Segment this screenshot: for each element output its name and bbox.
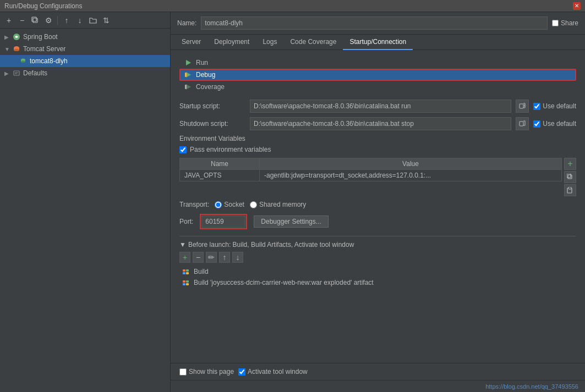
startup-script-browse-button[interactable] [516, 100, 529, 113]
port-input[interactable] [201, 216, 245, 228]
svg-rect-14 [185, 73, 187, 77]
left-panel: + − ⚙ ↑ ↓ ⇅ ▶ [0, 12, 171, 392]
folder-button[interactable] [88, 15, 99, 26]
sort-button[interactable]: ⇅ [101, 15, 112, 26]
coverage-label: Coverage [196, 83, 225, 91]
run-icon [184, 58, 193, 67]
tab-deployment[interactable]: Deployment [207, 35, 256, 50]
before-launch-remove-button[interactable]: − [193, 252, 204, 263]
tab-logs[interactable]: Logs [256, 35, 283, 50]
before-launch-move-down-button[interactable]: ↓ [232, 252, 243, 263]
move-down-button[interactable]: ↓ [74, 15, 85, 26]
content-area: Run Debug [171, 50, 585, 363]
move-up-button[interactable]: ↑ [61, 15, 72, 26]
before-launch-build-item[interactable]: Build [179, 266, 576, 277]
tab-startup-connection[interactable]: Startup/Connection [343, 35, 413, 50]
debugger-settings-button[interactable]: Debugger Settings... [254, 216, 328, 228]
settings-button[interactable]: ⚙ [43, 15, 54, 26]
svg-rect-26 [183, 272, 185, 274]
svg-rect-25 [186, 269, 189, 272]
tomcat-server-arrow: ▼ [4, 46, 11, 52]
add-config-button[interactable]: + [3, 15, 14, 26]
startup-use-default-checkbox[interactable] [533, 103, 540, 110]
debug-label: Debug [196, 71, 215, 79]
shutdown-script-input[interactable] [250, 117, 511, 130]
tab-server[interactable]: Server [175, 35, 207, 50]
name-input[interactable] [201, 16, 548, 30]
startup-use-default-label: Use default [543, 102, 576, 110]
spring-boot-arrow: ▶ [4, 34, 11, 40]
status-url: https://blog.csdn.net/qq_37493556 [485, 383, 578, 390]
svg-rect-24 [183, 269, 185, 272]
show-this-page-checkbox[interactable] [179, 368, 187, 376]
remove-config-button[interactable]: − [17, 15, 28, 26]
transport-socket-option[interactable]: Socket [215, 201, 244, 208]
tree-item-tomcat-server[interactable]: ▼ Tomcat Server [0, 43, 170, 55]
svg-rect-0 [33, 18, 37, 23]
sub-item-run[interactable]: Run [179, 57, 576, 69]
copy-config-button[interactable] [30, 15, 41, 26]
run-label: Run [196, 59, 208, 67]
svg-rect-30 [183, 283, 185, 285]
transport-shared-memory-radio[interactable] [250, 201, 257, 208]
before-launch-move-up-button[interactable]: ↑ [219, 252, 230, 263]
shutdown-use-default: Use default [533, 120, 576, 128]
svg-rect-19 [520, 122, 523, 126]
debug-icon [184, 70, 193, 79]
before-launch-header[interactable]: ▼ Before launch: Build, Build Artifacts,… [179, 241, 576, 249]
status-bar: https://blog.csdn.net/qq_37493556 [171, 380, 585, 392]
svg-rect-31 [186, 283, 189, 285]
close-button[interactable]: ✕ [573, 2, 581, 10]
transport-socket-radio[interactable] [215, 201, 222, 208]
tomcat-server-label: Tomcat Server [23, 45, 65, 53]
transport-socket-label: Socket [224, 201, 244, 208]
show-this-page-container: Show this page [179, 368, 234, 376]
env-table: Name Value JAVA_OPTS -agentlib:jdwp=tran… [179, 158, 562, 181]
port-label: Port: [179, 218, 193, 225]
artifact-label: Build 'joysuccess-dcim-carrier-web-new:w… [194, 279, 374, 286]
add-env-button[interactable]: + [564, 158, 576, 170]
startup-script-label: Startup script: [179, 102, 245, 110]
table-row[interactable]: JAVA_OPTS -agentlib:jdwp=transport=dt_so… [180, 170, 562, 181]
before-launch-artifact-item[interactable]: Build 'joysuccess-dcim-carrier-web-new:w… [179, 277, 576, 288]
tree-item-defaults[interactable]: ▶ Defaults [0, 67, 170, 79]
env-table-wrapper: Name Value JAVA_OPTS -agentlib:jdwp=tran… [179, 158, 576, 196]
pass-env-vars-checkbox[interactable] [179, 146, 187, 153]
shutdown-script-browse-button[interactable] [516, 117, 529, 130]
port-input-wrapper [200, 214, 247, 229]
tab-code-coverage[interactable]: Code Coverage [283, 35, 343, 50]
build-icon [182, 267, 190, 276]
build-label: Build [194, 268, 209, 275]
svg-marker-15 [186, 84, 191, 90]
tomcat8-config-icon [19, 57, 28, 65]
paste-env-button[interactable] [564, 184, 576, 196]
before-launch-edit-button[interactable]: ✏ [206, 252, 217, 263]
left-toolbar: + − ⚙ ↑ ↓ ⇅ [0, 12, 170, 29]
share-checkbox[interactable] [552, 20, 559, 26]
coverage-icon [184, 82, 193, 91]
transport-label: Transport: [179, 201, 209, 208]
env-table-container: Name Value JAVA_OPTS -agentlib:jdwp=tran… [179, 158, 562, 196]
sub-item-coverage[interactable]: Coverage [179, 81, 576, 93]
svg-rect-23 [568, 187, 571, 189]
sub-item-debug[interactable]: Debug [179, 69, 576, 81]
startup-script-input[interactable] [250, 100, 511, 113]
shutdown-script-label: Shutdown script: [179, 120, 245, 128]
activate-tool-window-checkbox[interactable] [238, 368, 245, 376]
title-bar: Run/Debug Configurations ✕ [0, 0, 585, 12]
transport-row: Transport: Socket Shared memory [179, 201, 576, 208]
bottom-bar: Show this page Activate tool window [171, 363, 585, 380]
svg-rect-29 [186, 280, 189, 283]
env-table-name-header: Name [180, 158, 260, 170]
shutdown-use-default-checkbox[interactable] [533, 120, 540, 128]
tree-item-spring-boot[interactable]: ▶ Spring Boot [0, 31, 170, 43]
copy-env-button[interactable] [564, 171, 576, 183]
transport-shared-memory-option[interactable]: Shared memory [250, 201, 306, 208]
before-launch-add-button[interactable]: + [179, 252, 190, 263]
port-row: Port: Debugger Settings... [179, 214, 576, 229]
before-launch-arrow: ▼ [179, 241, 186, 249]
svg-point-8 [21, 60, 25, 63]
svg-rect-9 [14, 71, 19, 75]
tree-item-tomcat8-dlyh[interactable]: ▶ tomcat8-dlyh [0, 55, 170, 67]
shutdown-use-default-label: Use default [543, 120, 576, 128]
